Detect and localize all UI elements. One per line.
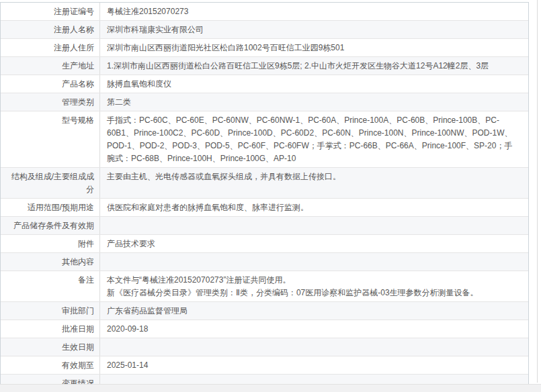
row-value: 深圳市南山区西丽街道阳光社区松白路1002号百旺信工业园9栋501: [100, 39, 528, 56]
row-label: 审批部门: [1, 302, 100, 320]
row-label: 产品名称: [1, 75, 100, 93]
row-label: 有效期至: [1, 356, 100, 374]
table-row-effective-date: 生效日期: [1, 338, 528, 356]
table-row-cert-number: 注册证编号 粤械注准20152070273: [1, 3, 528, 21]
row-value: 广东省药品监督管理局: [100, 302, 528, 320]
row-label: 备注: [1, 271, 100, 301]
table-row-expiry-date: 有效期至 2025-01-14: [1, 356, 528, 375]
row-label: 管理类别: [1, 93, 100, 111]
table-row-management-category: 管理类别 第二类: [1, 93, 528, 111]
table-row-structure-composition: 结构及组成/主要组成成分 主要由主机、光电传感器或血氧探头组成，并具有数据上传接…: [1, 168, 528, 199]
row-value: [100, 253, 528, 271]
table-row-product-name: 产品名称 脉搏血氧饱和度仪: [1, 75, 528, 93]
row-value: 第二类: [100, 93, 528, 111]
row-value: 本文件与“粤械注准20152070273”注册证共同使用。 新《医疗器械分类目录…: [100, 271, 528, 301]
table-row-approval-date: 批准日期 2020-09-18: [1, 320, 528, 338]
row-label: 适用范围/预期用途: [1, 199, 100, 216]
row-value: [100, 338, 528, 356]
table-row-approval-department: 审批部门 广东省药品监督管理局: [1, 302, 528, 320]
row-label: 注册人名称: [1, 21, 100, 38]
registration-detail-page: 注册证编号 粤械注准20152070273 注册人名称 深圳市科瑞康实业有限公司…: [0, 0, 541, 392]
row-label: 生效日期: [1, 338, 100, 356]
table-row-remarks: 备注 本文件与“粤械注准20152070273”注册证共同使用。 新《医疗器械分…: [1, 271, 528, 302]
table-row-model-spec: 型号规格 手指式：PC-60C、PC-60E、PC-60NW、PC-60NW-1…: [1, 111, 528, 168]
row-value: [100, 217, 528, 234]
row-value: 主要由主机、光电传感器或血氧探头组成，并具有数据上传接口。: [100, 168, 528, 198]
row-value: 1.深圳市南山区西丽街道松白公路百旺信工业区9栋5层; 2.中山市火炬开发区生物…: [100, 57, 528, 75]
row-label: 结构及组成/主要组成成分: [1, 168, 100, 198]
row-value: 产品技术要求: [100, 235, 528, 252]
table-row-registrant-name: 注册人名称 深圳市科瑞康实业有限公司: [1, 21, 528, 39]
registration-detail-table: 注册证编号 粤械注准20152070273 注册人名称 深圳市科瑞康实业有限公司…: [0, 2, 529, 392]
row-value: 粤械注准20152070273: [100, 3, 528, 20]
row-label: 注册人住所: [1, 39, 100, 56]
row-label: 产品储存条件及有效期: [1, 217, 100, 234]
table-row-other-content: 其他内容: [1, 253, 528, 271]
row-value: 2020-09-18: [100, 320, 528, 338]
table-row-registrant-address: 注册人住所 深圳市南山区西丽街道阳光社区松白路1002号百旺信工业园9栋501: [1, 39, 528, 57]
table-row-storage-conditions: 产品储存条件及有效期: [1, 217, 528, 235]
row-label: 生产地址: [1, 57, 100, 75]
row-value: 深圳市科瑞康实业有限公司: [100, 21, 528, 38]
row-label: 注册证编号: [1, 3, 100, 20]
right-edge-divider: [537, 0, 538, 383]
table-row-attachment: 附件 产品技术要求: [1, 235, 528, 253]
row-value: 脉搏血氧饱和度仪: [100, 75, 528, 93]
row-label: 型号规格: [1, 111, 100, 167]
row-label: 其他内容: [1, 253, 100, 271]
table-row-production-address: 生产地址 1.深圳市南山区西丽街道松白公路百旺信工业区9栋5层; 2.中山市火炬…: [1, 57, 528, 75]
page-footer-background: [0, 384, 541, 392]
row-label: 批准日期: [1, 320, 100, 338]
table-row-intended-use: 适用范围/预期用途 供医院和家庭对患者的脉搏血氧饱和度、脉率进行监测。: [1, 199, 528, 217]
row-value: 手指式：PC-60C、PC-60E、PC-60NW、PC-60NW-1、PC-6…: [100, 111, 528, 167]
row-value: 供医院和家庭对患者的脉搏血氧饱和度、脉率进行监测。: [100, 199, 528, 216]
row-value: 2025-01-14: [100, 356, 528, 374]
row-label: 附件: [1, 235, 100, 252]
